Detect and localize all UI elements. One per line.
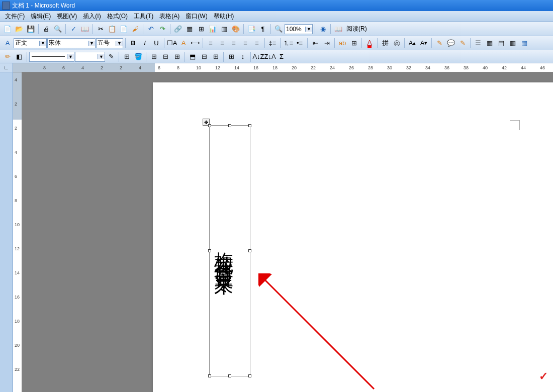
- copy-button[interactable]: 📋: [107, 24, 118, 35]
- textbox-content[interactable]: 梅花香自苦寒来: [210, 126, 237, 376]
- paste-button[interactable]: 📄: [118, 24, 129, 35]
- menu-insert[interactable]: 插入(I): [80, 11, 104, 22]
- web-layout-button[interactable]: ▦: [484, 38, 495, 49]
- resize-handle-s[interactable]: [228, 374, 231, 377]
- size-input[interactable]: [97, 40, 116, 47]
- new-doc-button[interactable]: 📄: [2, 24, 13, 35]
- resize-handle-nw[interactable]: [208, 124, 211, 127]
- grow-font-button[interactable]: A▴: [407, 38, 418, 49]
- print-button[interactable]: 🖨: [41, 24, 52, 35]
- line-spacing-button[interactable]: ‡≡: [267, 38, 278, 49]
- italic-button[interactable]: I: [139, 38, 150, 49]
- bold-button[interactable]: B: [128, 38, 139, 49]
- resize-handle-ne[interactable]: [248, 124, 251, 127]
- document-canvas[interactable]: ✥ 梅花香自苦寒来 经验啦 ✓ ji: [22, 72, 553, 392]
- research-button[interactable]: 📖: [79, 24, 90, 35]
- drawing-button[interactable]: 🎨: [230, 24, 241, 35]
- hyperlink-button[interactable]: 🔗: [172, 24, 183, 35]
- text-direction-button[interactable]: ↕: [237, 51, 248, 62]
- border-button[interactable]: ⊞: [348, 38, 359, 49]
- font-dropdown[interactable]: ▼: [47, 38, 96, 48]
- show-marks-button[interactable]: ¶: [257, 24, 268, 35]
- menu-window[interactable]: 窗口(W): [182, 11, 210, 22]
- chevron-down-icon[interactable]: ▼: [98, 54, 105, 59]
- styles-button[interactable]: A: [2, 38, 13, 49]
- spelling-button[interactable]: ✓: [68, 24, 79, 35]
- format-painter-button[interactable]: 🖌: [130, 24, 141, 35]
- split-cells-button[interactable]: ⊞: [171, 51, 182, 62]
- reading-layout-button[interactable]: 📖: [333, 24, 344, 35]
- autosum-button[interactable]: Σ: [276, 51, 287, 62]
- sort-asc-button[interactable]: A↓Z: [253, 51, 264, 62]
- highlight-button[interactable]: ab: [337, 38, 348, 49]
- line-style-dropdown[interactable]: ▼: [29, 52, 74, 62]
- draw-table-button[interactable]: ✏: [2, 51, 13, 62]
- vertical-ruler[interactable]: 4224681012141618202224: [13, 72, 22, 392]
- numbered-list-button[interactable]: ⒈≡: [283, 38, 294, 49]
- align-justify-button[interactable]: ≡: [240, 38, 251, 49]
- outline-button[interactable]: ☰: [473, 38, 484, 49]
- print-layout-button[interactable]: ▤: [496, 38, 507, 49]
- table-autoformat-button[interactable]: ⊞: [226, 51, 237, 62]
- reading-label[interactable]: 阅读(R): [344, 25, 369, 33]
- phonetic-guide-button[interactable]: 拼: [380, 38, 391, 49]
- highlight-pen-icon[interactable]: ✎: [434, 38, 445, 49]
- distribute-rows-button[interactable]: ⊟: [199, 51, 210, 62]
- insert-table-button[interactable]: ⊞: [196, 24, 207, 35]
- align-right-button[interactable]: ≡: [228, 38, 239, 49]
- distributed-button[interactable]: ≡: [251, 38, 262, 49]
- zoom-input[interactable]: [285, 26, 305, 33]
- bulleted-list-button[interactable]: •≡: [294, 38, 305, 49]
- help-button[interactable]: ◉: [317, 24, 328, 35]
- shrink-font-button[interactable]: A▾: [418, 38, 429, 49]
- tables-borders-button[interactable]: ▦: [184, 24, 195, 35]
- style-input[interactable]: [14, 40, 39, 47]
- align-center-button[interactable]: ≡: [217, 38, 228, 49]
- line-weight-dropdown[interactable]: ▼: [75, 52, 105, 62]
- resize-handle-w[interactable]: [208, 249, 211, 252]
- resize-handle-e[interactable]: [248, 249, 251, 252]
- horizontal-ruler[interactable]: 8642246810121416182022242628303234363840…: [13, 63, 553, 72]
- size-dropdown[interactable]: ▼: [96, 38, 123, 48]
- char-border-button[interactable]: ☐A: [166, 38, 177, 49]
- resize-handle-n[interactable]: [228, 124, 231, 127]
- align-top-button[interactable]: ⬒: [187, 51, 198, 62]
- redo-button[interactable]: ↷: [157, 24, 168, 35]
- enclose-chars-button[interactable]: ㊭: [391, 38, 402, 49]
- normal-view-button[interactable]: ▥: [507, 38, 518, 49]
- insert-table-button-2[interactable]: ⊞: [148, 51, 159, 62]
- increase-indent-button[interactable]: ⇥: [321, 38, 332, 49]
- align-left-button[interactable]: ≡: [205, 38, 216, 49]
- resize-handle-se[interactable]: [248, 374, 251, 377]
- font-color-button[interactable]: A: [364, 38, 375, 49]
- font-input[interactable]: [48, 40, 88, 47]
- track-changes-button[interactable]: ✎: [457, 38, 468, 49]
- style-dropdown[interactable]: ▼: [14, 38, 47, 48]
- cut-button[interactable]: ✂: [95, 24, 106, 35]
- border-color-button[interactable]: ✎: [106, 51, 117, 62]
- vertical-textbox[interactable]: ✥ 梅花香自苦寒来: [209, 125, 250, 376]
- merge-cells-button[interactable]: ⊟: [160, 51, 171, 62]
- menu-file[interactable]: 文件(F): [2, 11, 28, 22]
- undo-button[interactable]: ↶: [145, 24, 156, 35]
- decrease-indent-button[interactable]: ⇤: [310, 38, 321, 49]
- char-shading-button[interactable]: A: [178, 38, 189, 49]
- menu-help[interactable]: 帮助(H): [211, 11, 237, 22]
- insert-comment-button[interactable]: 💬: [445, 38, 456, 49]
- chevron-down-icon[interactable]: ▼: [116, 41, 123, 46]
- chevron-down-icon[interactable]: ▼: [39, 41, 46, 46]
- eraser-button[interactable]: ◧: [14, 51, 25, 62]
- task-pane-button[interactable]: ▦: [519, 38, 530, 49]
- menu-tools[interactable]: 工具(T): [131, 11, 156, 22]
- zoom-dropdown[interactable]: ▼: [285, 24, 313, 34]
- chevron-down-icon[interactable]: ▼: [88, 41, 95, 46]
- char-scaling-button[interactable]: ⟷: [190, 38, 201, 49]
- outside-border-button[interactable]: ⊞: [121, 51, 132, 62]
- zoom-out-button[interactable]: 🔍: [273, 24, 284, 35]
- underline-button[interactable]: U: [151, 38, 162, 49]
- excel-button[interactable]: 📊: [207, 24, 218, 35]
- shading-color-button[interactable]: 🪣: [133, 51, 144, 62]
- resize-handle-sw[interactable]: [208, 374, 211, 377]
- chevron-down-icon[interactable]: ▼: [67, 54, 74, 59]
- document-page[interactable]: ✥ 梅花香自苦寒来: [153, 82, 553, 392]
